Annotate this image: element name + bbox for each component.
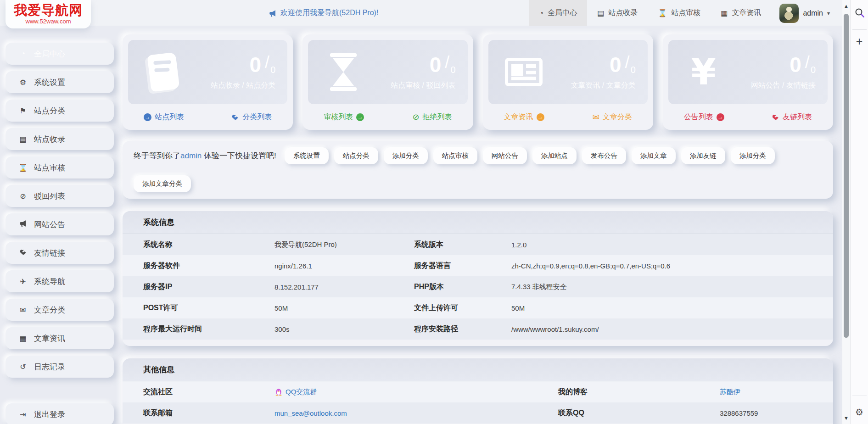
sidebar-item-friend-links[interactable]: 友情链接 [6, 242, 114, 264]
sidebar-item-site-categories[interactable]: ⚑ 站点分类 [6, 100, 114, 122]
quick-button-add-article-category[interactable]: 添加文章分类 [134, 175, 191, 192]
main-content: 0 / 0 站点收录 / 站点分类 → 站点列表 分类列表 [120, 26, 836, 424]
article-categories-link[interactable]: ✉ 文章分类 [593, 112, 632, 122]
divider [852, 29, 867, 30]
rejected-list-link[interactable]: ⊘ 拒绝列表 [412, 112, 452, 122]
nav-item-site-listings[interactable]: ▤ 站点收录 [587, 0, 648, 26]
gear-icon[interactable]: ⚙ [851, 407, 868, 418]
sidebar-item-site-announcements[interactable]: 网站公告 [6, 213, 114, 235]
logo-title: 我爱导航网 [14, 4, 83, 17]
book-icon: ▤ [597, 9, 604, 17]
scrollbar-thumb[interactable] [844, 14, 849, 338]
quick-setup-card: 终于等到你了admin 体验一下快捷设置吧! 系统设置 站点分类 添加分类 站点… [123, 141, 833, 199]
sidebar-item-site-listings[interactable]: ▤ 站点收录 [6, 128, 114, 150]
chevron-down-icon: ▾ [827, 10, 830, 17]
qq-group-link[interactable]: QQ交流群 [274, 388, 558, 396]
nav-item-global-center[interactable]: ◔ 全局中心 [529, 0, 588, 26]
ban-icon: ⊘ [412, 113, 419, 121]
navigation-arrow-icon: ✈ [18, 277, 28, 286]
arrow-circle-icon: → [144, 113, 151, 121]
dashboard-icon: ◔ [539, 9, 544, 17]
newspaper-icon: ▦ [18, 334, 28, 343]
handshake-icon [231, 113, 239, 121]
welcome-announcement-link[interactable]: 欢迎使用我爱导航(52DH Pro)! [269, 0, 378, 26]
site-list-link[interactable]: → 站点列表 [144, 112, 184, 122]
envelope-icon: ✉ [593, 113, 599, 121]
sidebar-item-article-news[interactable]: ▦ 文章资讯 [6, 327, 114, 349]
quick-button-site-categories[interactable]: 站点分类 [334, 147, 378, 164]
handshake-icon [18, 248, 28, 258]
quick-button-add-category[interactable]: 添加分类 [384, 147, 428, 164]
stat-value: 0 / 0 [790, 54, 816, 75]
contact-qq-value: 3288637559 [720, 409, 833, 417]
signpost-icon: ⚑ [18, 106, 28, 115]
nav-item-article-news[interactable]: ▦ 文章资讯 [711, 0, 771, 26]
envelope-icon: ✉ [18, 306, 28, 314]
gear-icon: ⚙ [18, 78, 28, 87]
scroll-up-arrow-icon[interactable]: ▲ [842, 3, 850, 9]
table-row: 程序最大运行时间 300s 程序安装路径 /www/wwwroot/1.suku… [123, 318, 833, 340]
quick-button-add-friend-link[interactable]: 添加友链 [681, 147, 725, 164]
quick-button-system-settings[interactable]: 系统设置 [285, 147, 329, 164]
other-info-card: 其他信息 交流社区 QQ交流群 我的博客 苏酷伊 联系邮箱 mun_sea@ou… [123, 358, 833, 424]
user-menu[interactable]: admin ▾ [771, 0, 834, 26]
stat-value: 0 / 0 [610, 54, 636, 75]
sidebar-item-global-center[interactable]: ◔ 全局中心 [6, 43, 114, 65]
stat-card-site-listings: 0 / 0 站点收录 / 站点分类 → 站点列表 分类列表 [123, 34, 293, 130]
quick-button-add-site[interactable]: 添加站点 [532, 147, 577, 164]
scroll-down-arrow-icon[interactable]: ▼ [842, 415, 850, 421]
hourglass-icon [318, 53, 369, 91]
quick-button-site-announcements[interactable]: 网站公告 [483, 147, 527, 164]
sidebar-item-rejected-list[interactable]: ⊘ 驳回列表 [6, 185, 114, 207]
table-row: 服务器IP 8.152.201.177 PHP版本 7.4.33 非线程安全 [123, 276, 833, 297]
quick-button-add-article[interactable]: 添加文章 [632, 147, 676, 164]
table-row: 系统名称 我爱导航(52DH Pro) 系统版本 1.2.0 [123, 234, 833, 255]
blog-link[interactable]: 苏酷伊 [720, 388, 833, 396]
sidebar: ◔ 全局中心 ⚙ 系统设置 ⚑ 站点分类 ▤ 站点收录 ⌛ 站点审核 ⊘ 驳回列… [6, 43, 114, 424]
stat-card-site-review: 0 / 0 站点审核 / 驳回列表 审核列表 → ⊘ 拒绝列表 [302, 34, 473, 130]
top-nav: ◔ 全局中心 ▤ 站点收录 ⌛ 站点审核 ▦ 文章资讯 admin ▾ [529, 0, 835, 26]
sidebar-item-logout[interactable]: ⇥ 退出登录 [6, 403, 114, 424]
friend-link-list-link[interactable]: 友链列表 [771, 112, 812, 122]
nav-item-site-review[interactable]: ⌛ 站点审核 [648, 0, 711, 26]
table-row: POST许可 50M 文件上传许可 50M [123, 297, 833, 318]
category-list-link[interactable]: 分类列表 [231, 112, 272, 122]
sidebar-item-system-settings[interactable]: ⚙ 系统设置 [6, 71, 114, 93]
hourglass-icon: ⌛ [658, 9, 667, 17]
quick-button-site-review[interactable]: 站点审核 [433, 147, 477, 164]
logo-domain: www.52waw.com [26, 18, 71, 25]
table-row: 服务器软件 nginx/1.26.1 服务器语言 zh-CN,zh;q=0.9,… [123, 255, 833, 276]
welcome-text: 欢迎使用我爱导航(52DH Pro)! [280, 8, 378, 18]
quick-button-add-category-2[interactable]: 添加分类 [731, 147, 775, 164]
quick-button-publish-announcement[interactable]: 发布公告 [582, 147, 626, 164]
sidebar-item-article-categories[interactable]: ✉ 文章分类 [6, 299, 114, 321]
review-list-link[interactable]: 审核列表 → [324, 112, 364, 122]
system-info-title: 系统信息 [123, 211, 833, 234]
divider [852, 396, 867, 396]
stat-label: 站点审核 / 驳回列表 [391, 81, 455, 90]
stat-label: 站点收录 / 站点分类 [211, 81, 275, 90]
sidebar-item-site-review[interactable]: ⌛ 站点审核 [6, 156, 114, 179]
sidebar-item-logs[interactable]: ↺ 日志记录 [6, 356, 114, 378]
ban-icon: ⊘ [18, 192, 28, 201]
qq-penguin-icon [274, 388, 283, 396]
announcement-list-link[interactable]: 公告列表 → [684, 112, 724, 122]
newspaper-icon: ▦ [721, 9, 728, 17]
table-row: 交流社区 QQ交流群 我的博客 苏酷伊 [123, 381, 833, 402]
logout-icon: ⇥ [18, 410, 28, 419]
system-info-card: 系统信息 系统名称 我爱导航(52DH Pro) 系统版本 1.2.0 服务器软… [123, 211, 833, 346]
stat-card-article-news: 0 / 0 文章资讯 / 文章分类 文章资讯 → ✉ 文章分类 [483, 34, 653, 130]
stat-label: 网站公告 / 友情链接 [751, 81, 816, 90]
hourglass-icon: ⌛ [18, 163, 28, 172]
vertical-scrollbar[interactable]: ▲ ▼ [842, 0, 850, 424]
search-icon[interactable] [854, 7, 865, 18]
dashboard-icon: ◔ [18, 50, 28, 58]
arrow-circle-icon: → [717, 113, 724, 121]
sidebar-item-system-navigation[interactable]: ✈ 系统导航 [6, 270, 114, 292]
book-icon: ▤ [18, 135, 28, 144]
yen-icon: ¥ [678, 54, 729, 90]
plus-icon[interactable]: + [851, 35, 868, 48]
article-news-link[interactable]: 文章资讯 → [504, 112, 544, 122]
site-logo[interactable]: 我爱导航网 www.52waw.com [6, 0, 91, 28]
contact-email-link[interactable]: mun_sea@outlook.com [274, 409, 558, 417]
